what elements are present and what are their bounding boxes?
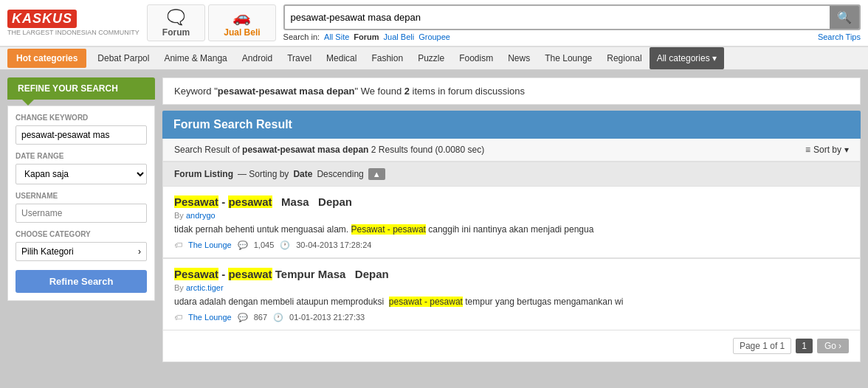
nav-bar: Hot categories Debat Parpol Anime & Mang… <box>0 47 868 70</box>
nav-item-the-lounge[interactable]: The Lounge <box>537 47 599 69</box>
search-options: Search in: All Site Forum Jual Beli Grou… <box>283 32 861 41</box>
result-meta: 🏷 The Lounge 💬 1,045 🕐 30-04-2013 17:28:… <box>174 240 849 250</box>
title-highlight: Pesawat <box>174 268 218 280</box>
refine-search-button[interactable]: Refine Search <box>16 270 147 293</box>
result-item: Pesawat - pesawat Tempur Masa Depan By a… <box>162 258 861 330</box>
results-header: Search Result of pesawat-pesawat masa de… <box>162 139 861 162</box>
page-info: Page 1 of 1 <box>733 338 791 354</box>
author-link[interactable]: andrygo <box>186 211 216 220</box>
sort-chevron-icon: ▾ <box>844 145 849 155</box>
category-placeholder: Pilih Kategori <box>21 246 74 257</box>
result-item: Pesawat - pesawat Masa Depan By andrygo … <box>162 187 861 258</box>
search-input[interactable] <box>285 8 830 27</box>
username-label: USERNAME <box>16 192 147 200</box>
jualbeli-button[interactable]: 🚗 Jual Beli <box>208 4 275 41</box>
result-title[interactable]: Pesawat - pesawat Tempur Masa Depan <box>174 268 849 280</box>
nav-buttons: 🗨️ Forum 🚗 Jual Beli <box>147 4 276 41</box>
result-category-link[interactable]: The Lounge <box>188 313 232 322</box>
keyword-text: pesawat-pesawat masa depan <box>218 86 355 97</box>
hot-categories-button[interactable]: Hot categories <box>7 49 86 68</box>
search-tips-link[interactable]: Search Tips <box>818 32 861 41</box>
content-area: Keyword "pesawat-pesawat masa depan" We … <box>162 77 861 362</box>
sorting-order: Descending <box>317 169 363 179</box>
go-button[interactable]: Go › <box>817 339 849 353</box>
keyword-bar: Keyword "pesawat-pesawat masa depan" We … <box>162 77 861 105</box>
date-range-select[interactable]: Kapan saja <box>16 164 147 184</box>
pagination: Page 1 of 1 1 Go › <box>162 330 861 362</box>
page-number-button[interactable]: 1 <box>796 339 813 353</box>
result-excerpt: udara adalah dengan membeli ataupun memp… <box>174 296 849 308</box>
clock-icon: 🕐 <box>273 313 283 322</box>
forum-button[interactable]: 🗨️ Forum <box>147 4 205 41</box>
search-button[interactable]: 🔍 <box>830 6 859 29</box>
result-count-inline: 2 <box>404 86 410 97</box>
result-date: 01-01-2013 21:27:33 <box>289 313 365 322</box>
comment-count: 1,045 <box>254 240 275 249</box>
nav-item-medical[interactable]: Medical <box>319 47 364 69</box>
sidebar-box: CHANGE KEYWORD DATE RANGE Kapan saja USE… <box>7 105 155 301</box>
change-keyword-label: CHANGE KEYWORD <box>16 114 147 122</box>
sort-by-button[interactable]: ≡ Sort by ▾ <box>805 145 849 155</box>
author-link[interactable]: arctic.tiger <box>186 283 224 292</box>
category-dropdown[interactable]: Pilih Kategori › <box>16 242 147 261</box>
sorting-field: Date <box>293 169 312 179</box>
jualbeli-icon: 🚗 <box>232 8 251 26</box>
main-layout: REFINE YOUR SEARCH CHANGE KEYWORD DATE R… <box>0 70 868 370</box>
search-option-allsite[interactable]: All Site <box>324 32 349 41</box>
nav-item-travel[interactable]: Travel <box>280 47 319 69</box>
chevron-right-icon: › <box>838 341 841 351</box>
nav-item-anime[interactable]: Anime & Manga <box>156 47 234 69</box>
nav-item-debat-parpol[interactable]: Debat Parpol <box>90 47 156 69</box>
result-author: By arctic.tiger <box>174 283 849 292</box>
refine-your-search-label: REFINE YOUR SEARCH <box>7 77 155 100</box>
choose-category-label: CHOOSE CATEGORY <box>16 230 147 238</box>
title-highlight: Pesawat <box>174 195 218 208</box>
all-categories-label: All categories <box>657 53 710 63</box>
search-option-forum[interactable]: Forum <box>354 32 379 41</box>
comment-count: 867 <box>254 313 267 322</box>
clock-icon: 🕐 <box>280 240 290 250</box>
sort-icon: ≡ <box>805 145 810 155</box>
forum-icon: 🗨️ <box>167 8 185 26</box>
nav-item-foodism[interactable]: Foodism <box>452 47 500 69</box>
comment-icon: 💬 <box>238 240 248 250</box>
search-option-groupee[interactable]: Groupee <box>418 32 450 41</box>
nav-item-regional[interactable]: Regional <box>599 47 649 69</box>
chevron-down-icon: ▾ <box>712 53 717 63</box>
result-count: 2 Results found (0.0080 sec) <box>371 145 484 155</box>
jualbeli-label: Jual Beli <box>224 27 260 38</box>
excerpt-highlight: Pesawat - pesawat <box>351 224 426 235</box>
sidebar: REFINE YOUR SEARCH CHANGE KEYWORD DATE R… <box>7 77 155 362</box>
result-title[interactable]: Pesawat - pesawat Masa Depan <box>174 195 849 208</box>
username-input[interactable] <box>16 204 147 223</box>
nav-item-puzzle[interactable]: Puzzle <box>410 47 452 69</box>
title-highlight: pesawat <box>228 195 272 208</box>
result-meta: 🏷 The Lounge 💬 867 🕐 01-01-2013 21:27:33 <box>174 313 849 322</box>
listing-bar: Forum Listing — Sorting by Date Descendi… <box>162 162 861 187</box>
result-summary: Search Result of pesawat-pesawat masa de… <box>174 145 484 155</box>
nav-item-news[interactable]: News <box>500 47 537 69</box>
sorting-label: — Sorting by <box>238 169 289 179</box>
result-keyword: pesawat-pesawat masa depan <box>242 145 368 155</box>
nav-item-android[interactable]: Android <box>235 47 280 69</box>
nav-item-fashion[interactable]: Fashion <box>364 47 410 69</box>
result-category-link[interactable]: The Lounge <box>188 240 232 249</box>
forum-search-result-title: Forum Search Result <box>162 111 861 139</box>
change-keyword-input[interactable] <box>16 125 147 145</box>
logo: KASKUS THE LARGEST INDONESIAN COMMUNITY <box>7 10 140 36</box>
go-label: Go <box>824 341 836 351</box>
logo-text: KASKUS <box>7 10 77 28</box>
nav-item-all-categories[interactable]: All categories ▾ <box>650 47 724 69</box>
date-range-label: DATE RANGE <box>16 152 147 160</box>
search-option-jualbeli[interactable]: Jual Beli <box>384 32 415 41</box>
sort-toggle-icon[interactable]: ▲ <box>368 168 385 180</box>
logo-subtitle: THE LARGEST INDONESIAN COMMUNITY <box>7 29 140 36</box>
comment-icon: 💬 <box>238 313 248 322</box>
tag-icon: 🏷 <box>174 313 182 322</box>
result-excerpt: tidak pernah behenti untuk menguasai ala… <box>174 224 849 236</box>
arrow-right-icon: › <box>138 246 141 257</box>
forum-label: Forum <box>162 27 190 38</box>
title-highlight: pesawat <box>228 268 272 280</box>
search-in-label: Search in: <box>283 32 320 41</box>
search-box: 🔍 <box>283 4 861 30</box>
